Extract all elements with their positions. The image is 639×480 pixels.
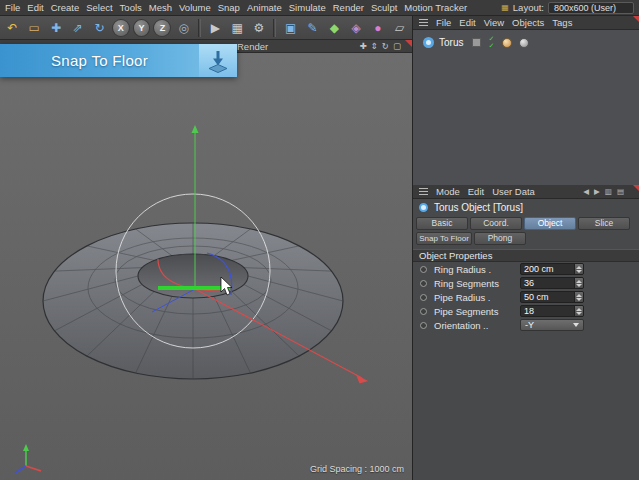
field-value: 36 <box>521 278 574 288</box>
viewport-menu-render[interactable]: Render <box>237 41 268 52</box>
scale-tool-icon[interactable]: ⇗ <box>67 17 88 38</box>
tab-slice[interactable]: Slice <box>578 217 630 230</box>
3d-scene[interactable] <box>0 53 412 480</box>
om-menu-view[interactable]: View <box>484 17 504 28</box>
render-view-icon[interactable]: ▶ <box>205 17 226 38</box>
menu-item-volume[interactable]: Volume <box>179 2 211 13</box>
menu-item-select[interactable]: Select <box>86 2 112 13</box>
toggle-view-icon[interactable]: ▢ <box>393 41 401 51</box>
menu-item-tools[interactable]: Tools <box>120 2 142 13</box>
om-menu-tags[interactable]: Tags <box>552 17 572 28</box>
viewport-nav-icons: ✚ ⇕ ↻ ▢ <box>360 41 401 51</box>
spline-pen-icon[interactable]: ✎ <box>302 17 323 38</box>
pipe-segments-field[interactable]: 18 <box>520 305 584 317</box>
menu-item-simulate[interactable]: Simulate <box>289 2 326 13</box>
ring-segments-row: Ring Segments 36 <box>413 276 639 290</box>
arrow-to-floor-icon <box>206 49 230 73</box>
rotate-tool-icon[interactable]: ↻ <box>89 17 110 38</box>
object-properties-section-header[interactable]: Object Properties <box>413 249 639 262</box>
panel-corner-handle[interactable] <box>633 16 639 23</box>
object-list-item-torus[interactable]: Torus ✓ ✓ <box>413 30 639 49</box>
axis-x-lock-button[interactable]: X <box>112 19 130 37</box>
stepper-arrows[interactable] <box>574 292 583 302</box>
panel-corner-handle[interactable] <box>405 40 412 47</box>
property-label: Orientation .. <box>434 320 520 331</box>
menu-item-render[interactable]: Render <box>333 2 364 13</box>
stepper-arrows[interactable] <box>574 306 583 316</box>
animation-dot-icon[interactable] <box>420 266 427 273</box>
menu-item-create[interactable]: Create <box>51 2 80 13</box>
chevron-down-icon <box>573 323 579 327</box>
history-back-icon[interactable]: ◀ <box>583 187 589 196</box>
object-tag-icon[interactable] <box>519 38 529 48</box>
stepper-arrows[interactable] <box>574 264 583 274</box>
generator-icon[interactable]: ◆ <box>324 17 345 38</box>
animation-dot-icon[interactable] <box>420 280 427 287</box>
rotate-view-icon[interactable]: ↻ <box>382 41 389 51</box>
menu-item-file[interactable]: File <box>5 2 20 13</box>
menu-item-snap[interactable]: Snap <box>218 2 240 13</box>
phong-tag-icon[interactable] <box>502 38 512 48</box>
dropdown-value: -Y <box>525 320 534 330</box>
tab-phong[interactable]: Phong <box>474 232 526 245</box>
property-label: Ring Segments <box>434 278 520 289</box>
viewport-panel[interactable]: Render ✚ ⇕ ↻ ▢ <box>0 40 412 480</box>
render-settings-icon[interactable]: ⚙ <box>249 17 270 38</box>
torus-object[interactable] <box>43 223 343 379</box>
add-primitive-icon[interactable]: ▣ <box>280 17 301 38</box>
selection-frame-icon[interactable]: ▭ <box>24 17 45 38</box>
ring-segments-field[interactable]: 36 <box>520 277 584 289</box>
animation-dot-icon[interactable] <box>420 322 427 329</box>
panel-menu-icon[interactable] <box>419 188 428 195</box>
stepper-arrows[interactable] <box>574 278 583 288</box>
visibility-toggles[interactable]: ✓ ✓ <box>488 36 494 49</box>
filter-icon[interactable]: ▥ <box>605 187 612 196</box>
om-menu-objects[interactable]: Objects <box>512 17 544 28</box>
environment-floor-icon[interactable]: ▱ <box>389 17 410 38</box>
panel-icon[interactable]: ▤ <box>617 187 624 196</box>
menu-item-mesh[interactable]: Mesh <box>149 2 172 13</box>
panel-corner-handle[interactable] <box>633 185 639 192</box>
toolbar-separator <box>273 19 276 37</box>
deformer-icon[interactable]: ◈ <box>346 17 367 38</box>
tab-basic[interactable]: Basic <box>416 217 468 230</box>
am-menu-mode[interactable]: Mode <box>436 186 460 197</box>
enabled-check-icon[interactable]: ✓ <box>488 43 494 50</box>
om-menu-edit[interactable]: Edit <box>459 17 475 28</box>
layout-switcher: ▦ Layout: 800x600 (User) <box>501 2 634 14</box>
layer-icon[interactable] <box>472 38 481 47</box>
history-forward-icon[interactable]: ▶ <box>594 187 600 196</box>
am-menu-edit[interactable]: Edit <box>468 186 484 197</box>
torus-object-icon <box>423 37 434 48</box>
panel-menu-icon[interactable] <box>419 19 428 26</box>
undo-icon[interactable]: ↶ <box>2 17 23 38</box>
axis-z-lock-button[interactable]: Z <box>153 19 171 37</box>
am-menu-user-data[interactable]: User Data <box>492 186 535 197</box>
ring-radius-field[interactable]: 200 cm <box>520 263 584 275</box>
animation-dot-icon[interactable] <box>420 308 427 315</box>
layout-select[interactable]: 800x600 (User) <box>548 2 634 14</box>
layout-label: Layout: <box>513 2 544 13</box>
coordinate-system-icon[interactable]: ◎ <box>173 17 194 38</box>
move-tool-icon[interactable]: ✚ <box>46 17 67 38</box>
render-picture-viewer-icon[interactable]: ▦ <box>227 17 248 38</box>
object-name[interactable]: Torus <box>439 37 463 48</box>
toolbar-separator <box>198 19 201 37</box>
pan-view-icon[interactable]: ✚ <box>360 41 367 51</box>
menu-item-motion-tracker[interactable]: Motion Tracker <box>404 2 467 13</box>
attribute-header-icons: ◀ ▶ ▥ ▤ <box>583 187 624 196</box>
material-sphere-icon[interactable]: ● <box>367 17 388 38</box>
tab-snap-to-floor[interactable]: Snap To Floor <box>416 232 472 245</box>
tab-coord[interactable]: Coord. <box>470 217 522 230</box>
menu-item-edit[interactable]: Edit <box>27 2 43 13</box>
om-menu-file[interactable]: File <box>436 17 451 28</box>
tab-object[interactable]: Object <box>524 217 576 230</box>
animation-dot-icon[interactable] <box>420 294 427 301</box>
pipe-radius-field[interactable]: 50 cm <box>520 291 584 303</box>
orientation-dropdown[interactable]: -Y <box>520 319 584 331</box>
menu-item-animate[interactable]: Animate <box>247 2 282 13</box>
zoom-view-icon[interactable]: ⇕ <box>371 41 378 51</box>
menu-item-sculpt[interactable]: Sculpt <box>371 2 397 13</box>
snap-to-floor-banner: Snap To Floor <box>0 44 237 77</box>
axis-y-lock-button[interactable]: Y <box>133 19 151 37</box>
